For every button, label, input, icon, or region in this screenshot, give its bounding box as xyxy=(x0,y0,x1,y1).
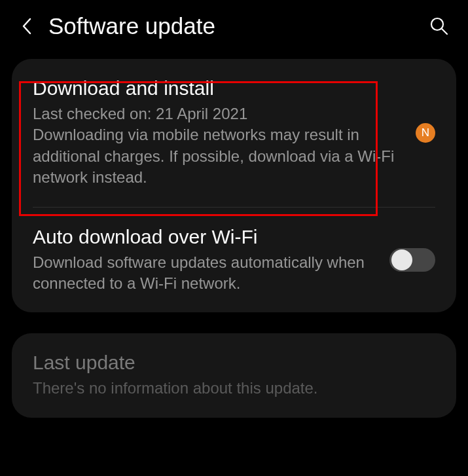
auto-download-description: Download software updates automatically … xyxy=(33,252,376,295)
download-install-item[interactable]: Download and install Last checked on: 21… xyxy=(12,59,456,207)
page-title: Software update xyxy=(48,13,416,39)
auto-download-toggle[interactable] xyxy=(389,248,435,272)
last-update-item[interactable]: Last update There's no information about… xyxy=(12,333,456,417)
search-button[interactable] xyxy=(429,16,450,37)
back-button[interactable] xyxy=(18,18,35,35)
last-update-description: There's no information about this update… xyxy=(33,378,435,399)
download-install-title: Download and install xyxy=(33,77,403,100)
settings-card-last-update: Last update There's no information about… xyxy=(12,333,456,417)
last-update-title: Last update xyxy=(33,352,435,374)
auto-download-content: Auto download over Wi-Fi Download softwa… xyxy=(33,226,376,295)
download-install-description: Last checked on: 21 April 2021 Downloadi… xyxy=(33,103,403,189)
header: Software update xyxy=(0,0,468,59)
svg-line-1 xyxy=(442,29,447,34)
auto-download-title: Auto download over Wi-Fi xyxy=(33,226,376,248)
auto-download-item[interactable]: Auto download over Wi-Fi Download softwa… xyxy=(12,208,456,313)
notification-badge: N xyxy=(416,123,435,143)
last-update-content: Last update There's no information about… xyxy=(33,352,435,399)
search-icon xyxy=(429,16,449,36)
settings-card-main: Download and install Last checked on: 21… xyxy=(12,59,456,312)
toggle-knob xyxy=(391,249,412,270)
chevron-left-icon xyxy=(20,17,33,35)
download-install-content: Download and install Last checked on: 21… xyxy=(33,77,403,189)
